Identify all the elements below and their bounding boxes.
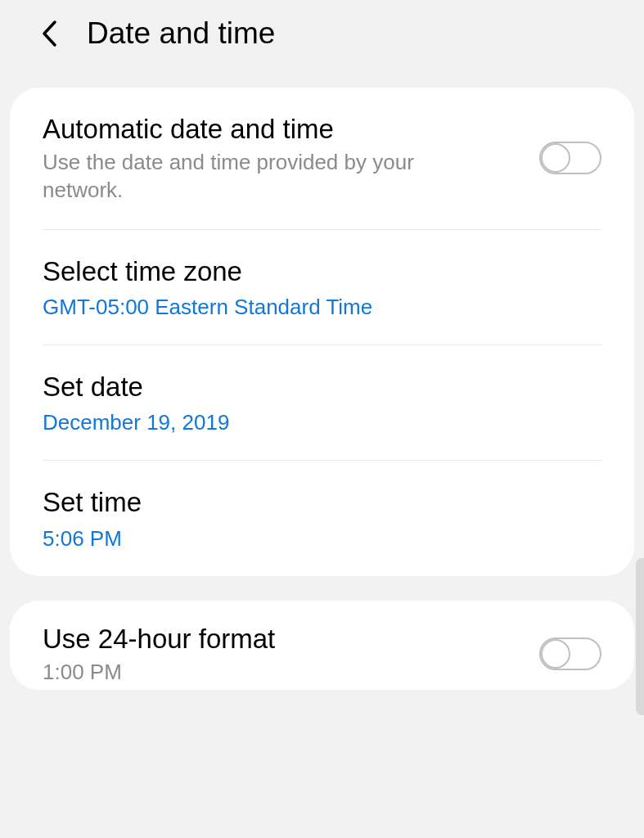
item-text: Automatic date and time Use the date and…	[43, 112, 523, 205]
item-text: Set date December 19, 2019	[43, 370, 601, 435]
select-time-zone-row[interactable]: Select time zone GMT-05:00 Eastern Stand…	[10, 230, 634, 345]
item-subtitle: 1:00 PM	[43, 659, 484, 687]
item-title: Use 24-hour format	[43, 622, 523, 656]
item-value: December 19, 2019	[43, 410, 601, 435]
item-title: Select time zone	[43, 255, 601, 288]
item-subtitle: Use the date and time provided by your n…	[43, 149, 484, 205]
scroll-indicator[interactable]	[636, 558, 644, 715]
settings-card: Automatic date and time Use the date and…	[10, 88, 634, 576]
item-text: Use 24-hour format 1:00 PM	[43, 622, 523, 687]
automatic-date-time-toggle[interactable]	[539, 142, 601, 174]
item-title: Automatic date and time	[43, 112, 523, 146]
use-24h-format-toggle[interactable]	[539, 638, 601, 670]
set-date-row[interactable]: Set date December 19, 2019	[10, 345, 634, 460]
item-title: Set time	[43, 485, 601, 519]
settings-card-2: Use 24-hour format 1:00 PM	[10, 601, 634, 690]
item-text: Set time 5:06 PM	[43, 485, 601, 551]
set-time-row[interactable]: Set time 5:06 PM	[10, 461, 634, 575]
automatic-date-time-row[interactable]: Automatic date and time Use the date and…	[10, 88, 634, 229]
page-title: Date and time	[87, 16, 275, 51]
use-24h-format-row[interactable]: Use 24-hour format 1:00 PM	[10, 601, 634, 690]
item-text: Select time zone GMT-05:00 Eastern Stand…	[43, 255, 601, 320]
item-title: Set date	[43, 370, 601, 403]
back-icon[interactable]	[41, 20, 57, 47]
item-value: GMT-05:00 Eastern Standard Time	[43, 295, 601, 320]
header: Date and time	[0, 0, 644, 75]
item-value: 5:06 PM	[43, 526, 601, 552]
